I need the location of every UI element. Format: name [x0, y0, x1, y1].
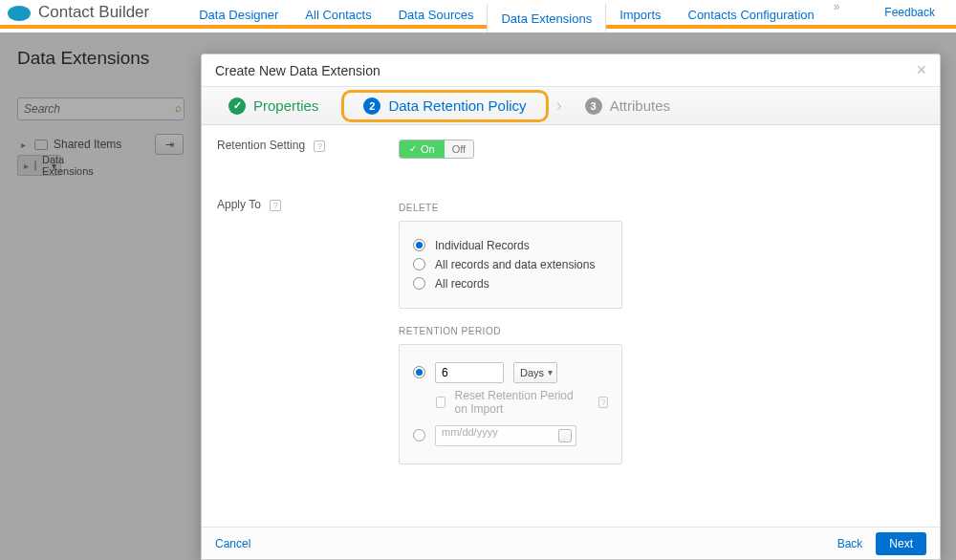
period-date-input[interactable]: mm/dd/yyyy	[435, 425, 576, 446]
step-properties[interactable]: ✓ Properties	[209, 87, 337, 124]
period-value-input[interactable]	[435, 362, 504, 383]
cancel-button[interactable]: Cancel	[215, 537, 250, 550]
check-icon: ✓	[228, 97, 246, 115]
radio-icon[interactable]	[413, 239, 425, 251]
back-button[interactable]: Back	[837, 537, 863, 550]
nav-tabs: Data Designer All Contacts Data Sources …	[185, 0, 845, 25]
radio-label: All records and data extensions	[435, 258, 595, 271]
help-icon[interactable]: ?	[270, 200, 281, 211]
radio-period-date[interactable]: mm/dd/yyyy	[413, 425, 608, 446]
checkbox-label: Reset Retention Period on Import	[455, 389, 584, 416]
close-icon[interactable]: ×	[916, 60, 926, 80]
step-number-icon: 2	[363, 97, 380, 115]
feedback-link[interactable]: Feedback	[884, 6, 935, 19]
radio-period-duration[interactable]: Days	[413, 362, 608, 383]
period-unit-select[interactable]: Days	[513, 362, 557, 383]
tab-data-extensions[interactable]: Data Extensions	[487, 4, 606, 32]
help-icon[interactable]: ?	[598, 397, 608, 408]
step-label: Attributes	[610, 97, 670, 114]
top-nav: Contact Builder Data Designer All Contac…	[0, 0, 956, 29]
tab-contacts-configuration[interactable]: Contacts Configuration	[675, 0, 828, 29]
modal-footer: Cancel Back Next	[202, 527, 940, 559]
radio-all-records[interactable]: All records	[413, 277, 608, 291]
next-button[interactable]: Next	[876, 532, 926, 555]
salesforce-cloud-icon	[6, 3, 33, 22]
retention-toggle[interactable]: On Off	[399, 140, 474, 159]
svg-point-0	[8, 6, 31, 21]
retention-setting-label: Retention Setting	[217, 139, 305, 152]
wizard-steps: ✓ Properties 2 Data Retention Policy › 3…	[202, 87, 940, 125]
retention-period-panel: Days Reset Retention Period on Import ? …	[399, 344, 622, 464]
radio-icon[interactable]	[413, 277, 425, 290]
radio-icon[interactable]	[413, 429, 425, 442]
toggle-on[interactable]: On	[400, 140, 445, 158]
radio-individual-records[interactable]: Individual Records	[413, 239, 608, 252]
step-number-icon: 3	[585, 97, 602, 115]
delete-section-label: DELETE	[399, 203, 924, 213]
step-label: Data Retention Policy	[388, 97, 526, 114]
date-placeholder: mm/dd/yyyy	[442, 426, 498, 438]
create-data-extension-modal: Create New Data Extension × ✓ Properties…	[201, 54, 941, 560]
nav-overflow-icon[interactable]: »	[828, 0, 846, 25]
tab-data-sources[interactable]: Data Sources	[385, 0, 488, 29]
radio-icon[interactable]	[413, 366, 425, 378]
step-data-retention-policy[interactable]: 2 Data Retention Policy	[341, 90, 548, 122]
delete-panel: Individual Records All records and data …	[399, 221, 622, 309]
radio-icon[interactable]	[413, 258, 425, 270]
radio-label: All records	[435, 277, 489, 291]
tab-imports[interactable]: Imports	[606, 0, 674, 29]
reset-on-import-row[interactable]: Reset Retention Period on Import ?	[436, 389, 608, 416]
app-title: Contact Builder	[38, 3, 149, 22]
tab-all-contacts[interactable]: All Contacts	[292, 0, 384, 29]
chevron-right-icon: ›	[553, 96, 566, 116]
step-label: Properties	[253, 97, 318, 114]
modal-title: Create New Data Extension	[215, 63, 380, 78]
calendar-icon[interactable]	[558, 429, 572, 442]
checkbox-icon[interactable]	[436, 397, 445, 408]
tab-data-designer[interactable]: Data Designer	[185, 0, 292, 29]
step-attributes[interactable]: 3 Attributes	[566, 87, 689, 124]
apply-to-label: Apply To	[217, 198, 261, 211]
radio-label: Individual Records	[435, 239, 530, 252]
radio-all-records-and-ext[interactable]: All records and data extensions	[413, 258, 608, 271]
help-icon[interactable]: ?	[314, 140, 325, 152]
toggle-off[interactable]: Off	[445, 140, 473, 158]
retention-period-section-label: RETENTION PERIOD	[399, 326, 924, 336]
modal-body: Retention Setting ? On Off Apply To ? DE…	[202, 125, 940, 527]
